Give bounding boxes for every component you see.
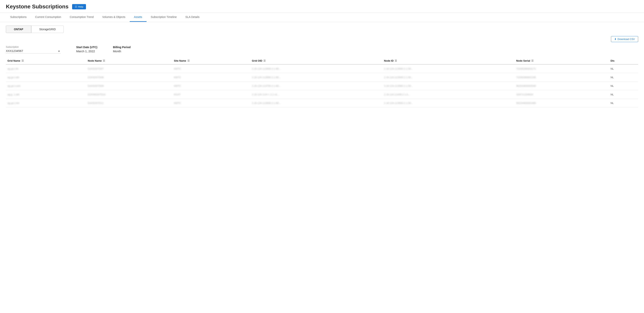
subscription-filter-group: Subscription XXX1234567 ▼ xyxy=(6,46,60,53)
cell-node_id: 2.16.124.11449.2.1.h... xyxy=(382,90,514,99)
page-header: Keystone Subscriptions ☷ Help xyxy=(0,0,644,13)
table-row: ag.gs.t.ithD1K5G5TD07KMTC2.16.124.113500… xyxy=(6,64,638,73)
col-header-grid-name: Grid Name ☰ xyxy=(6,57,86,64)
cell-node_name: D1K5G5TD11 xyxy=(86,99,172,108)
assets-table: Grid Name ☰ Node Name ☰ Site Name ☰ xyxy=(6,57,638,108)
start-date-label: Start Date (UTC) xyxy=(76,46,97,49)
cell-grid_oid: 2.16.124.113750.2.1.60... xyxy=(250,82,382,90)
help-icon: ☷ xyxy=(75,5,77,8)
cell-node_name: D1K5G5TD07 xyxy=(86,64,172,73)
cell-node_name: D1K5G5TD08 xyxy=(86,73,172,82)
col-header-node-name: Node Name ☰ xyxy=(86,57,172,64)
cell-node_serial: 56224400002485 xyxy=(515,99,609,108)
cell-site_name: KGAT xyxy=(172,90,250,99)
cell-node_serial: 72206290003171 xyxy=(515,64,609,73)
col-header-site-name: Site Name ☰ xyxy=(172,57,250,64)
col-header-grid-oid: Grid OID ☰ xyxy=(250,57,382,64)
assets-table-wrapper: Grid Name ☰ Node Name ☰ Site Name ☰ xyxy=(0,57,644,108)
cell-site_name: KMTC xyxy=(172,64,250,73)
cell-grid_oid: 2.16.124.114++.2.1 rd... xyxy=(250,90,382,99)
grid-oid-filter-icon[interactable]: ☰ xyxy=(264,59,266,62)
cell-grid_name: ag.gs.t.com xyxy=(6,82,86,90)
cell-dis: NL xyxy=(609,90,638,99)
cell-site_name: KMTC xyxy=(172,82,250,90)
tab-subscription-timeline[interactable]: Subscription Timeline xyxy=(146,13,181,22)
cell-node_serial: 164711104634 xyxy=(515,90,609,99)
download-icon: ⬇ xyxy=(614,38,616,41)
tab-volumes-objects[interactable]: Volumes & Objects xyxy=(98,13,130,22)
site-name-filter-icon[interactable]: ☰ xyxy=(188,59,190,62)
cell-node_id: 2.16.124.113500.2.1.50... xyxy=(382,99,514,108)
table-row: ag.gs.t.ethD1K5G5TD08KMTC2.16.124.113500… xyxy=(6,73,638,82)
cell-grid_oid: 2.16.124.113500.2.1.60... xyxy=(250,64,382,73)
start-date-value: March 1, 2022 xyxy=(76,49,97,53)
subscription-select-wrapper: XXX1234567 ▼ xyxy=(6,49,60,53)
cell-grid_oid: 2.16.124.113500.2.1.60... xyxy=(250,99,382,108)
filter-row: Subscription XXX1234567 ▼ Start Date (UT… xyxy=(0,44,644,57)
sub-tab-storagegrid[interactable]: StorageGRID xyxy=(31,25,64,33)
grid-name-filter-icon[interactable]: ☰ xyxy=(22,59,24,62)
download-csv-button[interactable]: ⬇ Download CSV xyxy=(611,36,638,42)
table-body: ag.gs.t.ithD1K5G5TD07KMTC2.16.124.113500… xyxy=(6,64,638,108)
tab-current-consumption[interactable]: Current Consumption xyxy=(31,13,66,22)
cell-node_id: 2.16.124.113500.2.1.50... xyxy=(382,64,514,73)
node-name-filter-icon[interactable]: ☰ xyxy=(103,59,105,62)
cell-site_name: KMTC xyxy=(172,73,250,82)
col-header-dis: Dis xyxy=(609,57,638,64)
cell-dis: NL xyxy=(609,73,638,82)
billing-period-group: Billing Period Month xyxy=(113,46,130,53)
tab-assets[interactable]: Assets xyxy=(130,13,146,22)
cell-site_name: KMTC xyxy=(172,99,250,108)
cell-node_serial: 72205280002185 xyxy=(515,73,609,82)
col-header-node-id: Node ID ☰ xyxy=(382,57,514,64)
cell-grid_name: ag.gs.t.ith xyxy=(6,64,86,73)
table-row: ag.g..1.athD1KN5G6TD10KGAT2.16.124.114++… xyxy=(6,90,638,99)
tab-consumption-trend[interactable]: Consumption Trend xyxy=(66,13,98,22)
billing-period-label: Billing Period xyxy=(113,46,130,49)
col-header-node-serial: Node Serial ☰ xyxy=(515,57,609,64)
cell-node_id: 3.16.124.113560.2.1.50... xyxy=(382,82,514,90)
cell-node_name: D1K5G5TD09 xyxy=(86,82,172,90)
cell-grid_name: ag.g..1.ath xyxy=(6,90,86,99)
cell-dis: NL xyxy=(609,64,638,73)
cell-node_serial: 96201900002540 xyxy=(515,82,609,90)
node-id-filter-icon[interactable]: ☰ xyxy=(395,59,397,62)
cell-node_name: D1KN5G6TD10 xyxy=(86,90,172,99)
tab-subscriptions[interactable]: Subscriptions xyxy=(6,13,31,22)
subscription-label: Subscription xyxy=(6,46,60,48)
table-header-row: Grid Name ☰ Node Name ☰ Site Name ☰ xyxy=(6,57,638,64)
cell-node_id: 2.16.124.113500.2.1.50... xyxy=(382,73,514,82)
table-row: ag.gs.t.AHD1K5G5TD11KMTC2.16.124.113500.… xyxy=(6,99,638,108)
help-label: Help xyxy=(78,5,84,8)
start-date-group: Start Date (UTC) March 1, 2022 xyxy=(76,46,97,53)
tab-sla-details[interactable]: SLA Details xyxy=(181,13,204,22)
cell-grid_name: ag.gs.t.AH xyxy=(6,99,86,108)
cell-dis: NL xyxy=(609,82,638,90)
cell-grid_oid: 2.16.124.113500.2.1.60... xyxy=(250,73,382,82)
cell-dis: NL xyxy=(609,99,638,108)
toolbar: ⬇ Download CSV xyxy=(0,33,644,44)
subscription-select[interactable]: XXX1234567 xyxy=(6,49,60,52)
sub-tab-ontap[interactable]: ONTAP xyxy=(6,25,31,33)
main-tabs: Subscriptions Current Consumption Consum… xyxy=(0,13,644,22)
node-serial-filter-icon[interactable]: ☰ xyxy=(531,59,534,62)
sub-tabs: ONTAP StorageGRID xyxy=(0,22,644,33)
cell-grid_name: ag.gs.t.eth xyxy=(6,73,86,82)
help-button[interactable]: ☷ Help xyxy=(72,4,86,9)
table-row: ag.gs.t.comD1K5G5TD09KMTC2.16.124.113750… xyxy=(6,82,638,90)
billing-period-value: Month xyxy=(113,49,130,53)
page-title: Keystone Subscriptions xyxy=(6,3,68,10)
download-csv-label: Download CSV xyxy=(618,38,635,41)
